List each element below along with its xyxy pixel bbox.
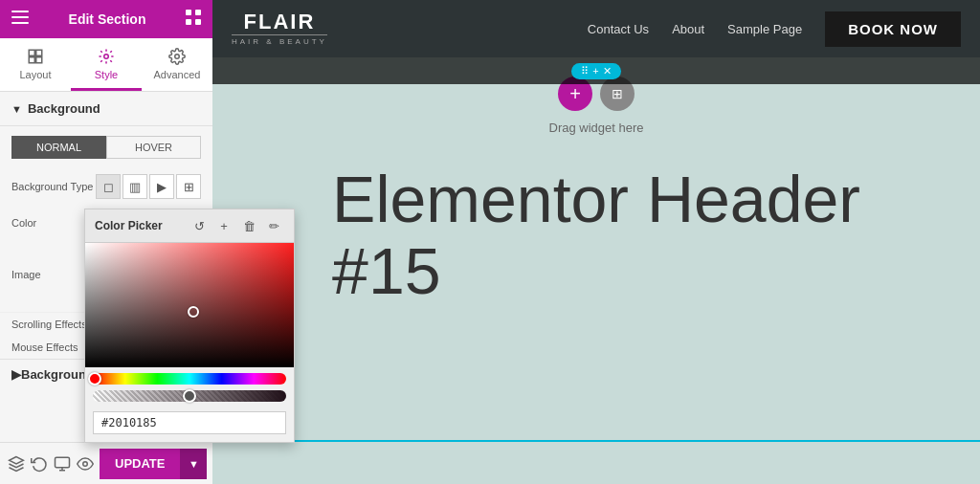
panel-tabs: Layout Style Advanced: [0, 38, 212, 92]
svg-rect-6: [195, 19, 201, 25]
hero-area: + ⊞ Drag widget here Elementor Header #1…: [212, 57, 980, 484]
svg-marker-13: [10, 456, 24, 464]
svg-rect-7: [29, 50, 34, 55]
panel-footer: UPDATE ▼: [0, 442, 212, 484]
nav-sample[interactable]: Sample Page: [727, 22, 802, 36]
bg-type-label: Background Type: [11, 181, 93, 192]
nav-links: Contact Us About Sample Page BOOK NOW: [588, 11, 961, 47]
svg-rect-3: [186, 10, 191, 15]
color-gradient-svg: [85, 243, 294, 367]
book-now-button[interactable]: BOOK NOW: [825, 11, 961, 47]
bg-type-slideshow[interactable]: ⊞: [176, 174, 201, 199]
color-picker-popup: Color Picker ↺ + 🗑 ✏: [84, 209, 295, 443]
color-picker-actions: ↺ + 🗑 ✏: [189, 215, 284, 236]
panel-title: Edit Section: [69, 11, 146, 27]
tab-style[interactable]: Style: [71, 38, 142, 91]
color-picker-eyedropper[interactable]: ✏: [263, 215, 284, 236]
color-gradient-area[interactable]: [85, 243, 294, 367]
top-navigation: FLAIR HAIR & BEAUTY Contact Us About Sam…: [212, 0, 980, 57]
normal-hover-tabs: NORMAL HOVER: [11, 136, 201, 159]
overlay-arrow-icon: ▶: [11, 367, 21, 382]
arrow-icon: ▼: [11, 103, 22, 115]
grid-icon[interactable]: [186, 10, 201, 29]
logo-sub: HAIR & BEAUTY: [232, 37, 327, 46]
update-arrow-btn[interactable]: ▼: [180, 449, 207, 479]
toolbar-add[interactable]: +: [592, 65, 598, 77]
elementor-toolbar: ⠿ + ✕: [212, 57, 980, 84]
svg-rect-2: [11, 22, 29, 24]
hue-cursor: [88, 372, 101, 385]
svg-rect-8: [36, 50, 42, 55]
toolbar-close[interactable]: ✕: [603, 65, 612, 77]
bg-type-video[interactable]: ▶: [149, 174, 174, 199]
bottom-border: [212, 440, 980, 442]
normal-tab[interactable]: NORMAL: [11, 136, 106, 159]
svg-point-17: [83, 461, 88, 466]
bg-type-solid[interactable]: ◻: [96, 174, 121, 199]
logo-text: FLAIR: [244, 11, 316, 33]
color-label: Color: [11, 217, 36, 229]
nav-contact[interactable]: Contact Us: [588, 22, 649, 36]
toolbar-move[interactable]: ⠿: [581, 65, 589, 77]
color-picker-add[interactable]: +: [213, 215, 234, 236]
opacity-slider-container[interactable]: [85, 386, 294, 407]
update-button-group: UPDATE ▼: [100, 449, 207, 479]
bg-type-gradient[interactable]: ▥: [122, 174, 147, 199]
hue-slider[interactable]: [93, 373, 286, 385]
image-label: Image: [11, 269, 41, 280]
tab-advanced[interactable]: Advanced: [142, 38, 212, 91]
layers-icon[interactable]: [8, 449, 25, 479]
hero-heading-line2: #15: [332, 235, 860, 307]
toolbar-pill: ⠿ + ✕: [571, 63, 620, 79]
hero-heading: Elementor Header #15: [294, 164, 899, 307]
svg-point-12: [175, 55, 180, 59]
color-picker-reset[interactable]: ↺: [189, 215, 210, 236]
svg-rect-5: [186, 19, 191, 25]
update-main-btn[interactable]: UPDATE: [100, 449, 180, 479]
panel-header: Edit Section: [0, 0, 212, 38]
logo-area: FLAIR HAIR & BEAUTY: [232, 11, 327, 46]
history-icon[interactable]: [31, 449, 48, 479]
svg-rect-1: [11, 16, 29, 18]
logo-divider: [232, 34, 327, 35]
svg-rect-0: [11, 11, 29, 12]
bg-type-buttons: ◻ ▥ ▶ ⊞: [96, 174, 201, 199]
opacity-cursor: [183, 389, 196, 403]
drag-widget-text: Drag widget here: [549, 121, 644, 135]
svg-rect-19: [85, 243, 294, 367]
hover-tab[interactable]: HOVER: [106, 136, 201, 159]
nav-about[interactable]: About: [672, 22, 704, 36]
widget-placeholder: + ⊞ Drag widget here: [549, 77, 644, 135]
hamburger-icon[interactable]: [11, 11, 29, 28]
opacity-slider[interactable]: [93, 390, 286, 402]
color-picker-title: Color Picker: [95, 219, 163, 232]
hue-slider-container[interactable]: [85, 367, 294, 386]
background-section-header[interactable]: ▼ Background: [0, 92, 212, 126]
svg-rect-10: [36, 57, 42, 63]
svg-rect-14: [56, 457, 70, 468]
color-hex-input: [93, 411, 286, 434]
main-content: FLAIR HAIR & BEAUTY Contact Us About Sam…: [212, 0, 980, 484]
tab-layout[interactable]: Layout: [0, 38, 71, 91]
svg-rect-4: [195, 10, 201, 15]
bg-type-row: Background Type ◻ ▥ ▶ ⊞: [0, 168, 212, 205]
responsive-icon[interactable]: [54, 449, 71, 479]
svg-point-11: [104, 55, 109, 59]
color-picker-delete[interactable]: 🗑: [238, 215, 259, 236]
hero-heading-line1: Elementor Header: [332, 164, 860, 235]
left-panel: Edit Section Layout Style: [0, 0, 212, 484]
color-picker-header: Color Picker ↺ + 🗑 ✏: [85, 209, 294, 243]
svg-rect-9: [29, 57, 34, 63]
hex-input-field[interactable]: [93, 411, 286, 434]
preview-icon[interactable]: [77, 449, 94, 479]
